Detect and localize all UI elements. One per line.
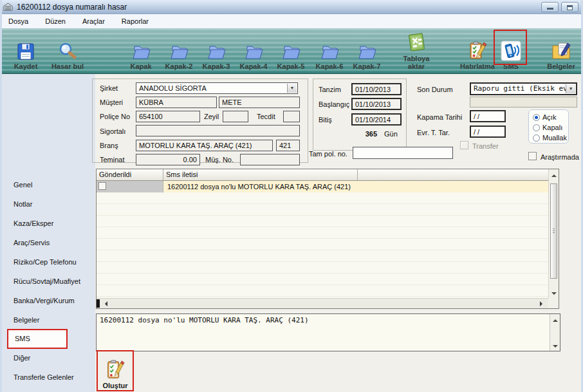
musteri-last-field[interactable]: METE xyxy=(219,97,300,108)
transfer-checkbox[interactable] xyxy=(460,141,468,149)
tanzim-field[interactable]: 01/10/2013 xyxy=(351,83,402,95)
create-button-label: Oluştur xyxy=(102,382,127,389)
scrollbar-thumb[interactable] xyxy=(550,183,557,279)
kapama-field[interactable]: / / xyxy=(470,110,506,122)
mus-no-field[interactable] xyxy=(240,154,300,165)
sidebar-item-kaza-eksper[interactable]: Kaza/Eksper xyxy=(14,217,53,230)
sidebar-item-diger[interactable]: Diğer xyxy=(14,351,30,364)
sigortali-label: Sigortalı xyxy=(100,126,125,136)
sms-message-cell: 16200112 dosya no'lu MOTORLU KARA TAŞ. A… xyxy=(163,181,548,192)
kapak2-button[interactable]: Kapak-2 xyxy=(160,30,198,70)
teminat-field[interactable]: 0.00 xyxy=(136,154,200,165)
scroll-down-icon[interactable] xyxy=(553,345,558,350)
export-table-button[interactable]: Tabloya aktar xyxy=(394,30,438,70)
status-radio-group: Açık Kapalı Muallak xyxy=(528,109,569,144)
tecdit-label: Tecdit xyxy=(257,111,275,122)
kapak3-button[interactable]: Kapak-3 xyxy=(198,30,235,70)
mus-no-label: Müş. No. xyxy=(205,154,234,165)
sigortali-field[interactable] xyxy=(136,125,300,136)
kapak4-button[interactable]: Kapak-4 xyxy=(235,30,272,70)
scroll-up-icon[interactable] xyxy=(551,172,557,177)
zeyil-field[interactable] xyxy=(223,111,248,122)
header-filler xyxy=(358,169,559,180)
sms-row[interactable]: 16200112 dosya no'lu MOTORLU KARA TAŞ. A… xyxy=(97,181,548,192)
sidebar-item-riziko[interactable]: Riziko/Cep Telefonu xyxy=(14,256,77,268)
tam-pol-label: Tam pol. no. xyxy=(309,149,347,159)
gun-label: Gün xyxy=(384,129,398,139)
header-gonderildi[interactable]: Gönderildi xyxy=(97,169,163,180)
scroll-down-icon[interactable] xyxy=(551,292,557,297)
sms-text-area[interactable]: 16200112 dosya no'lu MOTORLU KARA TAŞ. A… xyxy=(96,313,560,351)
brans-label: Branş xyxy=(100,140,118,151)
reminder-clipboard-icon xyxy=(467,40,488,62)
son-durum-dropdown[interactable]: Raporu gitti (Eksik evr ▼ xyxy=(470,82,577,95)
floppy-icon xyxy=(15,41,36,62)
sidebar-item-sms[interactable]: SMS xyxy=(7,329,68,349)
menu-dosya[interactable]: Dosya xyxy=(8,17,28,25)
header-sms-iletisi[interactable]: Sms iletisi xyxy=(163,169,358,180)
son-durum-label: Son Durum xyxy=(417,84,453,95)
musteri-first-field[interactable]: KÜBRA xyxy=(136,97,217,108)
sidebar-item-rucu[interactable]: Rücu/Sovtaj/Muafiyet xyxy=(14,275,80,288)
status-option-acik[interactable]: Açık xyxy=(533,112,568,122)
sidebar-item-transferle[interactable]: Transferle Gelenler xyxy=(14,371,74,384)
status-option-kapali[interactable]: Kapalı xyxy=(533,122,568,133)
sidebar-item-belgeler[interactable]: Belgeler xyxy=(14,313,39,326)
scrollbar-corner xyxy=(548,298,559,308)
brans-field[interactable]: MOTORLU KARA TAŞ. ARAÇ (421) xyxy=(136,140,273,151)
search-icon xyxy=(57,41,79,62)
sidebar-item-arac-servis[interactable]: Araç/Servis xyxy=(14,236,50,249)
minimize-button[interactable] xyxy=(541,2,559,12)
police-no-field[interactable]: 654100 xyxy=(136,111,200,122)
list-horizontal-scrollbar[interactable] xyxy=(97,298,548,308)
folder-icon xyxy=(319,41,340,62)
kapak-button[interactable]: Kapak xyxy=(123,30,159,70)
chevron-down-icon[interactable]: ▼ xyxy=(566,84,575,93)
sms-rows-area: 16200112 dosya no'lu MOTORLU KARA TAŞ. A… xyxy=(97,181,548,298)
brans-code-field[interactable]: 421 xyxy=(276,140,300,151)
documents-button[interactable]: Belgeler xyxy=(541,30,581,70)
scroll-left-icon[interactable] xyxy=(102,301,107,306)
maximize-button[interactable] xyxy=(561,2,578,12)
maximize-icon xyxy=(567,5,573,10)
sidebar-item-banka[interactable]: Banka/Vergi/Kurum xyxy=(14,294,75,307)
son-durum-secondary-field[interactable] xyxy=(470,97,577,107)
find-claim-button[interactable]: Hasar bul xyxy=(44,30,91,70)
kapak7-button[interactable]: Kapak-7 xyxy=(348,30,385,70)
save-button[interactable]: Kaydet xyxy=(7,30,44,70)
kapak6-button[interactable]: Kapak-6 xyxy=(311,30,348,70)
menu-bar: Dosya Düzen Araçlar Raporlar xyxy=(2,14,581,28)
sidebar-item-genel[interactable]: Genel xyxy=(14,178,32,191)
kapama-label: Kapama Tarihi xyxy=(417,112,462,122)
sirket-dropdown[interactable]: ANADOLU SİGORTA ▼ xyxy=(136,82,298,94)
scroll-right-icon[interactable] xyxy=(540,301,545,306)
create-sms-button[interactable]: Oluştur xyxy=(97,350,134,391)
scroll-up-icon[interactable] xyxy=(553,317,558,322)
tecdit-field[interactable] xyxy=(283,111,300,122)
sidebar-item-notlar[interactable]: Notlar xyxy=(14,198,32,210)
composer-vertical-scrollbar[interactable] xyxy=(550,314,560,351)
hscroll-thumb[interactable] xyxy=(97,299,100,308)
gun-value: 365 xyxy=(353,129,377,139)
bitis-field[interactable]: 01/10/2014 xyxy=(351,113,402,126)
baslangic-field[interactable]: 01/10/2013 xyxy=(351,98,402,110)
tam-pol-field[interactable] xyxy=(353,147,453,159)
menu-raporlar[interactable]: Raporlar xyxy=(122,17,149,25)
arastirmada-checkbox[interactable] xyxy=(528,152,537,160)
evr-label: Evr. T. Tar. xyxy=(417,127,450,138)
window-title: 16200112 dosya numaralı hasar xyxy=(17,3,127,12)
police-label: Poliçe No xyxy=(100,111,130,122)
sent-checkbox[interactable] xyxy=(98,182,106,190)
evr-field[interactable]: / / xyxy=(470,126,506,138)
app-window: 16200112 dosya numaralı hasar Dosya Düze… xyxy=(0,0,583,392)
list-vertical-scrollbar[interactable] xyxy=(548,169,559,298)
kapak5-button[interactable]: Kapak-5 xyxy=(272,30,310,70)
toolbar: Kaydet Hasar bul Kapak Kapak-2 xyxy=(2,28,581,74)
folder-icon xyxy=(206,41,227,62)
chevron-down-icon[interactable]: ▼ xyxy=(287,84,297,93)
status-option-muallak[interactable]: Muallak xyxy=(533,133,568,143)
menu-duzen[interactable]: Düzen xyxy=(45,17,66,25)
menu-araclar[interactable]: Araçlar xyxy=(82,17,105,25)
radio-icon xyxy=(533,135,540,142)
folder-icon xyxy=(243,41,264,62)
